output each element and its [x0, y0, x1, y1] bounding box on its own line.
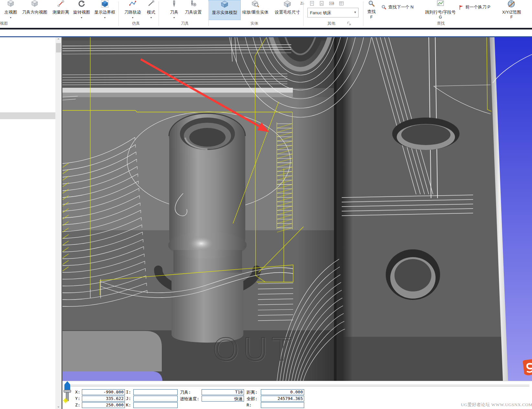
j-label: J:	[124, 396, 131, 402]
group-label-other: 其他	[322, 21, 341, 26]
x-value-field: -990.800	[82, 389, 125, 395]
machine-table-purple	[62, 371, 162, 381]
lower-hole	[386, 249, 440, 300]
svg-text:XSR: XSR	[330, 2, 334, 5]
simulation-3d-viewport[interactable]: OUT OUT	[62, 37, 532, 381]
misc-icon-1[interactable]: Z	[300, 1, 305, 6]
tool-direction-view-button[interactable]: 刀具方向视图	[19, 0, 50, 20]
button-label: X/Y/Z范围	[493, 9, 530, 15]
scroll-down-arrow-icon[interactable]: ⌄	[55, 403, 61, 409]
toolpath-trace-icon	[122, 0, 144, 8]
k-label: K:	[124, 403, 131, 408]
group-label-solid: 实体	[245, 21, 264, 26]
goto-line-icon: 57	[421, 0, 460, 8]
toolchange-flag-icon	[459, 5, 464, 10]
chevron-down-icon: ▾	[168, 16, 181, 19]
i-value-field	[133, 389, 178, 395]
distance-value-field: 0.000	[261, 389, 304, 395]
ribbon-gap	[0, 29, 532, 36]
gcode-editor-pane[interactable]	[0, 37, 55, 409]
svg-text:Z: Z	[300, 1, 303, 5]
simulation-progress-track[interactable]	[65, 384, 529, 387]
shortcut-key-label: G	[421, 15, 460, 19]
combobox-value: Fanuc 铣床	[310, 10, 331, 16]
goto-line-button[interactable]: 57 跳到行号/字段号 G	[421, 0, 460, 20]
dialog-launcher-icon[interactable]	[347, 21, 351, 26]
z-value-field: 250.000	[82, 402, 125, 408]
chevron-down-icon: ▾	[71, 16, 92, 19]
shortcut-key-label: F	[498, 15, 526, 19]
z-label: Z:	[71, 403, 80, 408]
group-label-find: 查找	[431, 21, 450, 26]
button-label: 查找下一个 N	[388, 4, 414, 10]
k-value-field	[133, 402, 178, 408]
svg-text:57: 57	[438, 4, 440, 6]
group-label-simulation: 仿真	[126, 21, 146, 26]
embossed-out-text: OUT OUT	[213, 331, 297, 368]
y-label: Y:	[71, 396, 80, 402]
left-view-cube-icon	[3, 0, 19, 8]
group-separator	[363, 1, 363, 26]
scrollbar-thumb[interactable]	[56, 43, 61, 52]
button-label: 模式	[140, 9, 162, 15]
tool-label: 刀具:	[180, 390, 201, 395]
find-magnifier-icon	[364, 0, 379, 8]
y-value-field: 335.622	[82, 396, 125, 402]
mode-icon	[144, 0, 158, 8]
upper-hole	[392, 118, 460, 150]
x-label: X:	[71, 390, 80, 395]
find-button[interactable]: 查找 F	[364, 0, 379, 20]
zoom-solid-icon	[241, 0, 270, 8]
scroll-up-arrow-icon[interactable]: ⌃	[55, 37, 61, 43]
misc-icon-5[interactable]	[338, 1, 344, 6]
find-next-button[interactable]: 查找下一个 N	[381, 4, 414, 10]
i-label: I:	[124, 390, 131, 395]
r-value-field	[261, 402, 304, 408]
misc-icon-3[interactable]	[319, 1, 325, 6]
chevron-down-icon: ▾	[144, 16, 158, 19]
group-separator	[303, 1, 304, 26]
machine-type-combobox[interactable]: Fanuc 铣床 ▼	[307, 8, 359, 17]
center-boss	[158, 113, 257, 343]
stock-size-cube-icon	[271, 0, 304, 8]
tool-icon	[168, 0, 181, 8]
tool-direction-cube-icon	[19, 0, 50, 8]
group-separator	[208, 1, 209, 26]
rotate-view-icon	[71, 0, 92, 8]
svg-text:OUT: OUT	[213, 331, 296, 368]
group-label-view: 视图	[0, 21, 14, 26]
xyz-range-button[interactable]: X/Y/Z范围 F	[498, 0, 526, 20]
tool-settings-button[interactable]: 刀具设置	[181, 0, 205, 20]
feedrate-value-field: 快速	[202, 396, 244, 402]
tool-value-field: T18	[202, 389, 244, 395]
measure-distance-icon	[50, 0, 71, 8]
bounding-box-icon	[93, 0, 117, 8]
editor-vertical-scrollbar[interactable]: ⌃ ⌄	[55, 37, 61, 409]
r-label: R:	[247, 403, 260, 408]
button-label: 设置毛坯尺寸	[267, 9, 308, 15]
misc-icon-4[interactable]: XSR	[329, 1, 335, 6]
forum-logo	[523, 359, 532, 375]
zoom-regenerate-solid-button[interactable]: 缩放/重生实体	[241, 0, 270, 20]
set-stock-size-button[interactable]: 设置毛坯尺寸	[271, 0, 304, 20]
shortcut-key-label: F	[364, 15, 379, 19]
show-bounding-box-button[interactable]: 显示边界框 ▾	[93, 0, 117, 20]
total-label: 全部:	[247, 396, 260, 402]
chevron-down-icon: ▾	[3, 16, 19, 19]
misc-icon-2[interactable]	[309, 1, 315, 6]
button-label: 跳到行号/字段号	[416, 9, 465, 15]
ribbon-toolbar: 左视图 ▾ 刀具方向视图 测量距离 旋转视图 ▾ 显示边	[0, 0, 532, 28]
total-value-field: 245794.365	[261, 396, 304, 402]
chevron-down-icon: ▾	[93, 16, 117, 19]
show-solid-model-button[interactable]: 显示实体模型	[208, 0, 241, 20]
forum-watermark: UG爱好者论坛 WWW.UGSNX.COM	[461, 402, 532, 408]
mode-button[interactable]: 模式 ▾	[144, 0, 158, 20]
chevron-down-icon: ▼	[354, 11, 357, 14]
feedrate-label: 进给速度:	[180, 396, 201, 402]
editor-selected-line	[0, 112, 55, 119]
bottom-left-block	[62, 331, 162, 371]
group-label-tool: 刀具	[175, 21, 194, 26]
j-value-field	[133, 396, 178, 402]
previous-toolchange-button[interactable]: 前一个换刀 P	[459, 4, 490, 10]
distance-label: 距离:	[247, 390, 260, 395]
